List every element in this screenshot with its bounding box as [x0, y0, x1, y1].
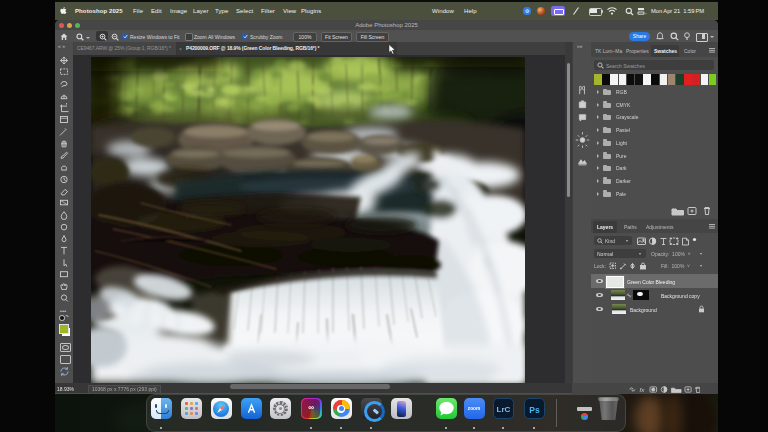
- svg-text:fx: fx: [640, 386, 646, 393]
